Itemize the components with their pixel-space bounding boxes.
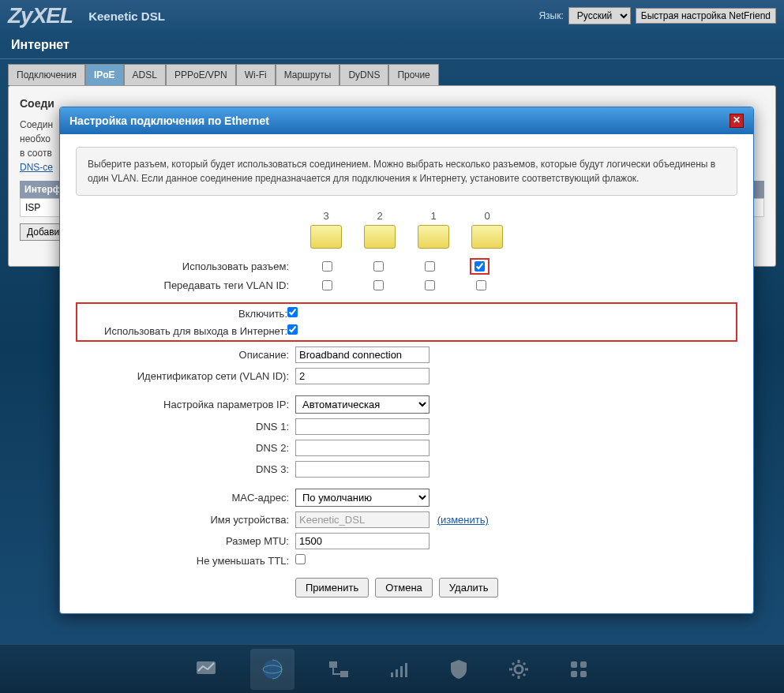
tab-ipoe[interactable]: IPoE xyxy=(85,64,124,85)
modal-body: Выберите разъем, который будет использов… xyxy=(60,134,753,613)
port-1: 1 xyxy=(416,210,451,249)
dock-gear-icon[interactable] xyxy=(503,654,535,685)
section-title: Интернет xyxy=(0,32,784,59)
ttl-checkbox[interactable] xyxy=(295,554,306,564)
modal: Настройка подключения по Ethernet ✕ Выбе… xyxy=(59,107,754,614)
tab-other[interactable]: Прочие xyxy=(388,64,438,85)
use-port-0[interactable] xyxy=(475,261,485,272)
ttl-label: Не уменьшать TTL: xyxy=(76,555,289,567)
lang-area: Язык: Русский Быстрая настройка NetFrien… xyxy=(538,7,776,24)
dns1-label: DNS 1: xyxy=(76,421,289,433)
modal-title: Настройка подключения по Ethernet xyxy=(69,114,269,127)
vlan-tag-0[interactable] xyxy=(476,280,486,290)
vlan-tags-label: Передавать теги VLAN ID: xyxy=(76,279,289,291)
use-port-label: Использовать разъем: xyxy=(76,260,289,272)
tab-routes[interactable]: Маршруты xyxy=(276,64,340,85)
svg-line-14 xyxy=(512,663,514,665)
use-port-2[interactable] xyxy=(373,258,384,275)
product-name: Keenetic DSL xyxy=(88,9,165,23)
use-internet-checkbox[interactable] xyxy=(287,324,298,335)
svg-rect-3 xyxy=(329,661,337,668)
logo: ZyXEL xyxy=(8,3,73,28)
mac-select[interactable]: По умолчанию xyxy=(295,489,430,507)
tab-pppoe[interactable]: PPPoE/VPN xyxy=(166,64,236,85)
svg-rect-4 xyxy=(340,671,348,677)
svg-rect-5 xyxy=(391,672,393,677)
svg-point-9 xyxy=(515,665,523,673)
tab-connections[interactable]: Подключения xyxy=(8,64,85,85)
dns2-input[interactable] xyxy=(295,440,430,456)
ip-config-select[interactable]: Автоматическая xyxy=(295,395,430,414)
svg-rect-7 xyxy=(400,666,403,677)
mac-label: MAC-адрес: xyxy=(76,492,289,504)
svg-rect-19 xyxy=(580,661,587,668)
dock-globe-icon[interactable] xyxy=(250,649,294,690)
svg-rect-6 xyxy=(396,669,398,677)
svg-rect-20 xyxy=(571,671,577,677)
use-port-3[interactable] xyxy=(322,258,332,275)
svg-line-15 xyxy=(523,674,525,676)
ethernet-port-icon xyxy=(471,225,503,249)
dock-network-icon[interactable] xyxy=(323,654,354,685)
dns1-input[interactable] xyxy=(295,418,430,435)
svg-rect-8 xyxy=(405,663,407,677)
svg-line-16 xyxy=(512,674,514,676)
tab-wifi[interactable]: Wi-Fi xyxy=(236,64,276,85)
change-link[interactable]: (изменить) xyxy=(437,514,489,526)
device-name-label: Имя устройства: xyxy=(76,514,289,526)
close-icon[interactable]: ✕ xyxy=(730,114,744,128)
ip-config-label: Настройка параметров IP: xyxy=(76,399,289,410)
use-port-1[interactable] xyxy=(425,258,435,275)
dns2-label: DNS 2: xyxy=(76,442,289,454)
dns3-input[interactable] xyxy=(295,461,430,478)
ethernet-port-icon xyxy=(364,225,396,249)
form-grid: Использовать разъем: Передавать теги VLA… xyxy=(76,258,737,567)
port-2: 2 xyxy=(362,210,397,249)
dock-monitor-icon[interactable] xyxy=(190,654,222,685)
apply-button[interactable]: Применить xyxy=(295,578,369,597)
description-label: Описание: xyxy=(76,349,289,361)
cancel-button[interactable]: Отмена xyxy=(375,578,433,597)
vlan-tag-2[interactable] xyxy=(373,280,384,290)
port-0: 0 xyxy=(470,210,505,249)
button-row: Применить Отмена Удалить xyxy=(76,578,737,597)
dock-apps-icon[interactable] xyxy=(563,654,595,685)
ethernet-port-icon xyxy=(418,225,449,249)
vlan-tag-3[interactable] xyxy=(322,280,332,290)
lang-select[interactable]: Русский xyxy=(568,7,631,24)
enable-checkbox[interactable] xyxy=(287,307,298,317)
dns-link[interactable]: DNS-се xyxy=(20,162,53,173)
dock xyxy=(0,644,784,693)
info-box: Выберите разъем, который будет использов… xyxy=(76,147,737,196)
vlan-id-label: Идентификатор сети (VLAN ID): xyxy=(76,370,289,382)
netfriend-button[interactable]: Быстрая настройка NetFriend xyxy=(636,8,776,24)
enable-label: Включить: xyxy=(82,308,287,320)
vlan-id-input[interactable] xyxy=(295,368,430,384)
mtu-input[interactable] xyxy=(295,533,430,549)
port-3: 3 xyxy=(309,210,343,249)
tabs: Подключения IPoE ADSL PPPoE/VPN Wi-Fi Ма… xyxy=(0,64,784,85)
ethernet-port-icon xyxy=(310,225,342,249)
device-name-input xyxy=(295,511,430,528)
delete-button[interactable]: Удалить xyxy=(439,578,499,597)
top-bar: ZyXEL Keenetic DSL Язык: Русский Быстрая… xyxy=(0,0,784,32)
modal-title-bar: Настройка подключения по Ethernet ✕ xyxy=(60,107,753,134)
dns3-label: DNS 3: xyxy=(76,463,289,475)
svg-line-17 xyxy=(523,663,525,665)
dock-wifi-icon[interactable] xyxy=(383,654,415,685)
port-row: 3 2 1 0 xyxy=(76,210,737,249)
use-internet-label: Использовать для выхода в Интернет: xyxy=(82,325,287,337)
description-input[interactable] xyxy=(295,346,430,363)
tab-dydns[interactable]: DyDNS xyxy=(339,64,388,85)
vlan-tag-1[interactable] xyxy=(425,280,435,290)
svg-rect-21 xyxy=(580,671,587,677)
svg-rect-18 xyxy=(571,661,577,668)
mtu-label: Размер MTU: xyxy=(76,535,289,547)
tab-adsl[interactable]: ADSL xyxy=(124,64,166,85)
lang-label: Язык: xyxy=(538,10,563,21)
dock-firewall-icon[interactable] xyxy=(443,654,475,685)
